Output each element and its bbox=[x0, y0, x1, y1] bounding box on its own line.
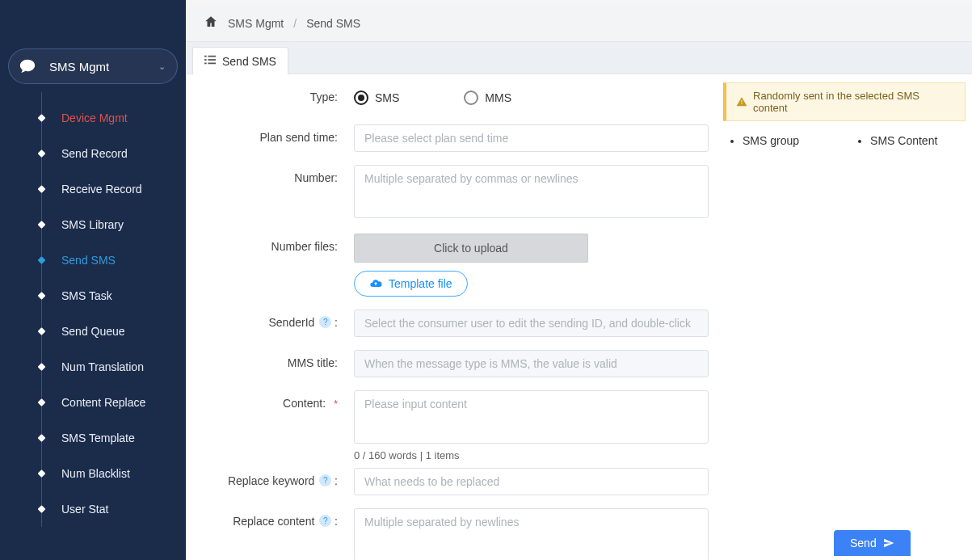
home-icon[interactable] bbox=[204, 15, 218, 32]
svg-rect-5 bbox=[208, 63, 216, 65]
send-label: Send bbox=[850, 537, 877, 549]
label-content: Content: * bbox=[192, 390, 354, 410]
tab-label: Send SMS bbox=[222, 55, 276, 68]
tab-bar: Send SMS bbox=[186, 42, 972, 74]
label-senderid: SenderId ? : bbox=[192, 309, 354, 329]
chat-bubble-icon bbox=[14, 53, 41, 80]
help-icon[interactable]: ? bbox=[319, 474, 331, 486]
sidebar-section-header[interactable]: SMS Mgmt ⌄ bbox=[8, 48, 178, 84]
radio-icon bbox=[464, 91, 478, 105]
help-icon[interactable]: ? bbox=[319, 515, 331, 527]
sidebar-item-send-sms[interactable]: Send SMS bbox=[26, 242, 186, 278]
sidebar-item-receive-record[interactable]: Receive Record bbox=[26, 171, 186, 207]
sidebar-item-user-stat[interactable]: User Stat bbox=[26, 491, 186, 527]
upload-text: Click to upload bbox=[434, 242, 508, 255]
senderid-input[interactable] bbox=[354, 309, 709, 337]
svg-rect-4 bbox=[204, 63, 207, 65]
sidebar-item-num-blacklist[interactable]: Num Blacklist bbox=[26, 456, 186, 491]
send-button[interactable]: Send bbox=[834, 530, 911, 556]
alert-text: Randomly sent in the selected SMS conten… bbox=[753, 90, 955, 114]
breadcrumb: SMS Mgmt / Send SMS bbox=[186, 5, 972, 42]
breadcrumb-item: Send SMS bbox=[306, 17, 360, 30]
sidebar-item-send-record[interactable]: Send Record bbox=[26, 136, 186, 171]
mms-title-input[interactable] bbox=[354, 350, 709, 377]
chevron-down-icon: ⌄ bbox=[158, 61, 166, 72]
template-file-button[interactable]: Template file bbox=[354, 271, 468, 297]
replace-content-textarea[interactable] bbox=[354, 508, 709, 560]
sidebar-item-content-replace[interactable]: Content Replace bbox=[26, 385, 186, 420]
label-replace-content: Replace content ? : bbox=[192, 508, 354, 528]
svg-rect-3 bbox=[208, 59, 216, 61]
breadcrumb-sep: / bbox=[293, 17, 297, 30]
sidebar-item-sms-library[interactable]: SMS Library bbox=[26, 207, 186, 242]
label-plan-time: Plan send time: bbox=[192, 124, 354, 144]
radio-sms[interactable]: SMS bbox=[354, 91, 399, 105]
content-textarea[interactable] bbox=[354, 390, 709, 444]
tab-send-sms[interactable]: Send SMS bbox=[192, 47, 288, 74]
content-counter: 0 / 160 words | 1 items bbox=[354, 449, 709, 461]
list-icon bbox=[204, 54, 216, 68]
warning-icon bbox=[736, 96, 747, 107]
link-sms-group[interactable]: SMS group bbox=[743, 134, 799, 147]
help-icon[interactable]: ? bbox=[319, 316, 331, 328]
sidebar-title: SMS Mgmt bbox=[49, 60, 158, 74]
replace-keyword-input[interactable] bbox=[354, 468, 709, 495]
plan-time-input[interactable] bbox=[354, 124, 709, 152]
label-number: Number: bbox=[192, 165, 354, 184]
sidebar-item-sms-task[interactable]: SMS Task bbox=[26, 278, 186, 314]
cloud-download-icon bbox=[369, 277, 382, 290]
radio-icon bbox=[354, 91, 368, 105]
sidebar-item-sms-template[interactable]: SMS Template bbox=[26, 420, 186, 456]
radio-label: MMS bbox=[485, 91, 511, 104]
sidebar-nav: Device Mgmt Send Record Receive Record S… bbox=[26, 100, 186, 527]
number-textarea[interactable] bbox=[354, 165, 709, 218]
label-replace-keyword: Replace keyword ? : bbox=[192, 468, 354, 487]
side-links: SMS group SMS Content bbox=[723, 134, 966, 147]
required-marker: * bbox=[334, 398, 338, 410]
label-type: Type: bbox=[192, 84, 354, 103]
template-file-label: Template file bbox=[389, 277, 452, 290]
link-sms-content[interactable]: SMS Content bbox=[870, 134, 937, 147]
label-mms-title: MMS title: bbox=[192, 350, 354, 369]
upload-button[interactable]: Click to upload bbox=[354, 234, 588, 263]
sidebar-item-device-mgmt[interactable]: Device Mgmt bbox=[26, 100, 186, 136]
svg-rect-1 bbox=[208, 56, 216, 57]
paper-plane-icon bbox=[883, 537, 894, 549]
label-number-files: Number files: bbox=[192, 234, 354, 253]
sidebar-item-num-translation[interactable]: Num Translation bbox=[26, 349, 186, 385]
radio-label: SMS bbox=[375, 91, 399, 104]
alert-random-send: Randomly sent in the selected SMS conten… bbox=[723, 82, 966, 121]
radio-mms[interactable]: MMS bbox=[464, 91, 511, 105]
svg-rect-0 bbox=[204, 56, 207, 57]
main-panel: SMS Mgmt / Send SMS Send SMS Type: bbox=[186, 5, 972, 560]
sidebar: SMS Mgmt ⌄ Device Mgmt Send Record Recei… bbox=[0, 0, 186, 560]
sidebar-item-send-queue[interactable]: Send Queue bbox=[26, 314, 186, 349]
svg-rect-2 bbox=[204, 59, 207, 61]
breadcrumb-item[interactable]: SMS Mgmt bbox=[228, 17, 284, 30]
